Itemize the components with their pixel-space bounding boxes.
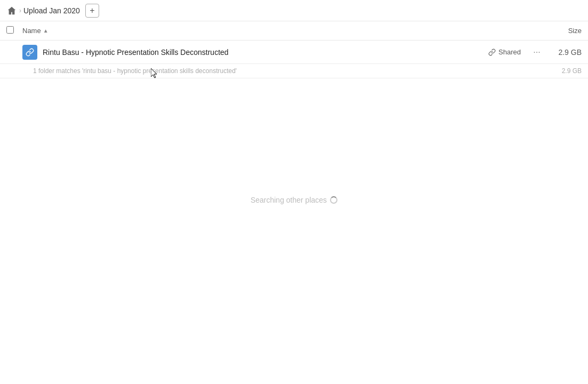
name-column-header[interactable]: Name ▲ bbox=[22, 27, 539, 35]
breadcrumb-title: Upload Jan 2020 bbox=[23, 6, 80, 15]
add-button[interactable]: + bbox=[85, 4, 99, 18]
match-description: 1 folder matches 'rintu basu - hypnotic … bbox=[33, 67, 550, 75]
loading-spinner bbox=[330, 196, 337, 204]
match-info-row: 1 folder matches 'rintu basu - hypnotic … bbox=[0, 64, 588, 78]
size-column-header: Size bbox=[539, 27, 582, 35]
shared-label: Shared bbox=[498, 48, 521, 56]
breadcrumb-bar: › Upload Jan 2020 + bbox=[0, 0, 588, 21]
file-size-value: 2.9 GB bbox=[550, 48, 582, 57]
home-icon[interactable] bbox=[6, 5, 17, 16]
more-options-button[interactable]: ··· bbox=[529, 45, 544, 60]
searching-other-places: Searching other places bbox=[0, 196, 588, 204]
link-icon bbox=[488, 49, 496, 56]
column-headers: Name ▲ Size bbox=[0, 21, 588, 41]
searching-label: Searching other places bbox=[251, 196, 327, 204]
select-all-input[interactable] bbox=[6, 26, 14, 34]
folder-link-icon bbox=[26, 48, 34, 57]
file-row[interactable]: Rintu Basu - Hypnotic Presentation Skill… bbox=[0, 41, 588, 64]
file-name-label: Rintu Basu - Hypnotic Presentation Skill… bbox=[43, 48, 488, 57]
match-size-value: 2.9 GB bbox=[550, 67, 582, 75]
select-all-checkbox[interactable] bbox=[6, 26, 17, 35]
shared-indicator: Shared bbox=[488, 48, 521, 56]
sort-arrow-icon: ▲ bbox=[43, 28, 49, 34]
breadcrumb-chevron: › bbox=[19, 7, 21, 14]
file-type-icon bbox=[22, 45, 37, 60]
